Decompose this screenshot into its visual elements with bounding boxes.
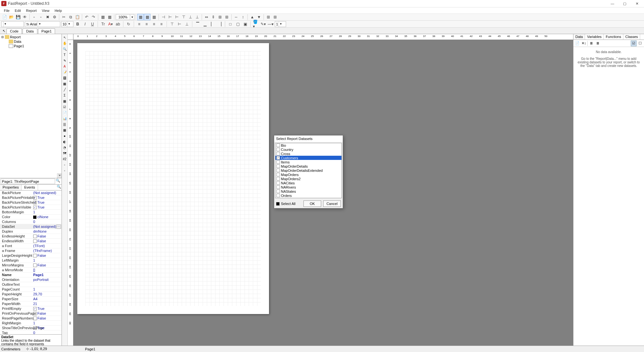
prop-row-rightmargin[interactable]: RightMargin1 [0,321,62,326]
frame-shadow-button[interactable]: ▣ [242,21,248,27]
prop-row-backpictureprintable[interactable]: BackPicturePrintable✓True [0,195,62,200]
center-horiz-button[interactable]: ⊞ [217,14,223,20]
fill-color-button[interactable]: 🪣▾ [253,21,259,27]
frame-left-button[interactable]: ▏ [209,21,216,27]
text-align-left-button[interactable]: ≡ [136,21,142,27]
data-filter-toggle[interactable]: ☑ [631,41,637,46]
text-valign-middle-button[interactable]: ⊢ [176,21,183,27]
align-left-button[interactable]: ⊣ [160,14,167,20]
preview-button[interactable]: 👁 [22,14,28,20]
open-button[interactable]: 📂 [8,14,14,20]
center-vert-button[interactable]: ⊞ [224,14,230,20]
text-align-center-button[interactable]: ≡ [143,21,150,27]
frame-top-button[interactable]: ▔ [194,21,201,27]
frame-width-combo[interactable]: 1▼ [275,21,286,27]
hand-tool[interactable]: ✋ [62,41,67,46]
tab-data[interactable]: Data [23,28,37,34]
zoom-input[interactable]: 100% [116,14,130,20]
picture-tool[interactable]: 🖼 [62,75,67,80]
band-tool[interactable]: A [62,64,67,69]
tab-properties[interactable]: Properties [0,185,22,190]
prop-search-button[interactable]: 🔍 [56,185,62,190]
prop-row-endlesswidth[interactable]: EndlessWidthFalse [0,239,62,244]
align-center-button[interactable]: ⊢ [167,14,173,20]
align-right-button[interactable]: ⊢ [174,14,180,20]
close-button[interactable]: ✕ [631,0,643,7]
tab-code[interactable]: Code [6,28,22,34]
undo-button[interactable]: ↶ [83,14,90,20]
text-tool[interactable]: T [62,52,67,57]
checkbox-tool[interactable]: ☑ [62,104,67,109]
snap-grid-button[interactable]: ▦ [144,14,150,20]
dataset-item-nastates[interactable]: NAStates [275,189,341,193]
grid-align-button[interactable]: ▦ [151,14,157,20]
frame-none-button[interactable]: ▢ [235,21,241,27]
chart-tool[interactable]: 📊 [62,116,67,121]
dataset-item-customers[interactable]: ✓Customers [275,156,341,160]
same-height-button[interactable]: ↕ [240,14,246,20]
space-horiz-button[interactable]: ⇔ [203,14,210,20]
shape-tool[interactable]: Σ [62,93,67,98]
select-tool-button[interactable]: ↖ [1,28,6,34]
other-tool1[interactable]: ▫ [62,162,67,167]
frame-color-button[interactable]: ✎▾ [260,21,266,27]
zoom-dropdown[interactable]: ▼ [130,14,134,20]
menu-view[interactable]: View [39,8,52,13]
delete-page-button[interactable]: ✖ [44,14,51,20]
paste-button[interactable]: 📋 [74,14,81,20]
dataset-item-bio[interactable]: Bio [275,143,341,147]
dataset-item-country[interactable]: Country [275,147,341,152]
text-valign-bottom-button[interactable]: ⊥ [184,21,190,27]
other-tool2[interactable]: ▫ [62,168,67,173]
tab-events[interactable]: Events [22,185,38,190]
maximize-button[interactable]: ▢ [619,0,630,7]
prop-row-bottommargin[interactable]: BottomMargin1 [0,210,62,215]
prop-row-printifempty[interactable]: PrintIfEmpty✓True [0,306,62,311]
space-vert-button[interactable]: ⇕ [210,14,216,20]
gauge-tool[interactable]: ◔ [62,145,67,150]
vertical-ruler[interactable]: 0123456789101112131415161718192021222324… [68,40,73,346]
align-middle-button[interactable]: ⊥ [187,14,194,20]
prop-row-duplex[interactable]: DuplexdmNone [0,229,62,234]
dataset-item-maporderdetails[interactable]: MapOrderDetails [275,164,341,168]
prop-row-mirrormargins[interactable]: MirrorMarginsFalse [0,263,62,268]
prop-row-tag[interactable]: Tag0 [0,330,62,334]
ungroup-button[interactable]: ▦ [106,14,113,20]
zoom-tool[interactable]: 🔍 [62,46,67,51]
dataset-item-maporders2[interactable]: MapOrders2 [275,177,341,181]
dataset-item-items[interactable]: Items [275,160,341,164]
tree-collapse-icon[interactable]: ⊟ [1,35,4,39]
data-expand-button[interactable]: ≣ [588,41,594,46]
dataset-item-orders[interactable]: Orders [275,193,341,198]
menu-help[interactable]: Help [52,8,64,13]
prop-row-printonpreviouspage[interactable]: PrintOnPreviousPageFalse [0,311,62,316]
richtext-tool[interactable]: 📄 [62,110,67,115]
frame-right-button[interactable]: ▕ [216,21,223,27]
data-filter-button[interactable]: ☐ [637,41,643,46]
prop-row-outlinetext[interactable]: OutlineText [0,282,62,287]
report-page[interactable] [77,43,269,314]
align-top-button[interactable]: ⊤ [180,14,187,20]
prop-row-resetpagenumbers[interactable]: ResetPageNumbersFalse [0,316,62,321]
select-all-checkbox[interactable]: Select All [276,202,302,206]
grid-toggle-button[interactable]: ▦ [137,14,144,20]
dataset-item-maporderdetailsextended[interactable]: MapOrderDetailsExtended [275,168,341,172]
same-width-button[interactable]: ↔ [233,14,239,20]
prop-row-papersize[interactable]: PaperSizeA4 [0,297,62,301]
underline-button[interactable]: U [89,21,96,27]
rtab-variables[interactable]: Variables [585,34,604,40]
data-collapse-button[interactable]: ≣ [595,41,601,46]
data-sort-button[interactable]: ✕↕ [581,41,587,46]
prop-row-mirrormode[interactable]: MirrorMode[] [0,268,62,273]
bold-button[interactable]: B [74,21,81,27]
dataset-item-maporders[interactable]: MapOrders [275,172,341,177]
prop-row-font[interactable]: Font(TFont) [0,244,62,248]
copy-button[interactable]: ⧉ [67,14,74,20]
ok-button[interactable]: OK [303,200,321,207]
menu-report[interactable]: Report [24,8,39,13]
select-tool[interactable]: ↖ [62,35,67,40]
tab-page1[interactable]: Page1 [38,28,55,34]
page-settings-button[interactable]: ⚙ [51,14,58,20]
minimize-button[interactable]: — [607,0,618,7]
prop-row-dataset[interactable]: DataSet(Not assigned)⋯ [0,224,62,229]
